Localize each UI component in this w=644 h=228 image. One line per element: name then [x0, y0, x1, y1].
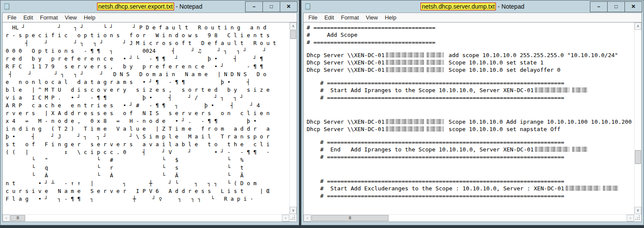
text-line: x 4 = M - n o d e , 0 x 8 = H - n o d e …: [6, 117, 289, 125]
text-line: A R P c a c h e e n t r i e s • ┘ # - ¶ …: [6, 102, 289, 109]
text-line: Dhcp Server \\XEN-DC-01 scope 10.10.10.0…: [307, 125, 634, 133]
redacted-text: [535, 147, 570, 152]
text-line: # ====================================: [307, 24, 634, 31]
menu-help[interactable]: Help: [80, 14, 99, 21]
text-line: r v e r s | X A d d r e s s e s o f N I …: [6, 109, 289, 117]
menu-edit[interactable]: Edit: [20, 14, 36, 21]
text-line: c u r s i v e N a m e S e r v e r I P V …: [6, 187, 289, 195]
resize-grip[interactable]: [289, 214, 297, 222]
text-line: # Add Scope: [307, 31, 634, 39]
text-line: Dhcp Server \\XEN-DC-01 Scope 10.10.10.0…: [307, 118, 634, 125]
menu-file[interactable]: File: [305, 14, 321, 21]
menu-view[interactable]: View: [362, 14, 382, 21]
text-line: # Start Add Ipranges to the Scope 10.10.…: [307, 87, 634, 94]
redacted-text: [386, 52, 424, 58]
text-line: Dhcp Server \\XEN-DC-01 Scope 10.10.10.0…: [307, 66, 634, 74]
text-line: # Start Add Excluderanges to the Scope :…: [307, 185, 634, 192]
vertical-scroll-thumb[interactable]: [635, 150, 641, 164]
resize-grip-dots: [294, 219, 295, 220]
text-line: [307, 172, 634, 177]
text-line: # ======================================…: [307, 138, 634, 146]
text-line: └ " └ # └ $ └ % └ &: [6, 156, 289, 164]
horizontal-scrollbar[interactable]: ‹ Ⅲ ›: [3, 214, 289, 222]
redacted-text: [535, 87, 570, 93]
text-line: # ======================================…: [307, 79, 634, 87]
vertical-scrollbar[interactable]: ∧ ∨: [289, 22, 297, 214]
menu-help[interactable]: Help: [381, 14, 400, 21]
scroll-up-button[interactable]: ∧: [634, 22, 641, 30]
redacted-text: [427, 52, 444, 58]
scroll-right-button[interactable]: ›: [627, 215, 634, 222]
redacted-text: [427, 67, 444, 72]
vertical-scroll-thumb[interactable]: [290, 30, 296, 39]
text-line: n t • ┘ ┴ - ↑ ↑ | ┐ ┼ ┘ └ ┐ ┐ ┐ └ ( D o …: [6, 180, 289, 187]
text-line: s t o f F i n g e r s e r v e r s a v a …: [6, 141, 289, 148]
horizontal-scroll-thumb[interactable]: Ⅲ: [10, 215, 25, 221]
redacted-text: [427, 126, 444, 132]
minimize-button[interactable]: –: [590, 1, 608, 12]
scroll-left-button[interactable]: ‹: [3, 215, 10, 222]
redacted-text: [386, 67, 424, 72]
edit-client: HL ┘ ┘ ┐ ┘ └ ┘ ┘ P D e f a u l t R o u t…: [3, 22, 297, 222]
menu-format[interactable]: Format: [337, 14, 362, 21]
window-export: netsh.dhcp.server.export.txt - Notepad –…: [0, 0, 299, 225]
text-line: r - s p e c i f i c o p t i o n s f o r …: [6, 32, 289, 39]
horizontal-scroll-thumb[interactable]: Ⅲ: [311, 215, 388, 221]
text-line: ( ( | ↕ \ c i p c c . 0 ┤ ┘ V ┘ • ┘ - - …: [6, 148, 289, 156]
text-line: # End Add Ipranges to the Scope 10.10.10…: [307, 146, 634, 153]
close-button[interactable]: ✕: [280, 1, 298, 12]
text-area[interactable]: HL ┘ ┘ ┐ ┘ └ ┘ ┘ P D e f a u l t R o u t…: [3, 22, 289, 214]
text-line: # ======================================…: [307, 153, 634, 161]
menu-edit[interactable]: Edit: [321, 14, 337, 21]
menubar: FileEditFormatViewHelp: [304, 13, 641, 22]
maximize-button[interactable]: □: [607, 1, 625, 12]
scroll-down-button[interactable]: ∨: [290, 207, 297, 214]
scroll-left-button[interactable]: ‹: [304, 215, 311, 222]
scroll-down-button[interactable]: ∨: [634, 207, 641, 214]
title-filename-highlight: netsh.dhcp.server.export.txt: [97, 3, 174, 10]
title-suffix: - Notepad: [496, 3, 524, 10]
close-button[interactable]: ✕: [625, 1, 642, 12]
notepad-icon: [3, 3, 10, 10]
window-dump: netsh.dhcp.server.dump.txt - Notepad – □…: [301, 0, 644, 225]
text-line: R F C 1 1 7 9 s e r v e r s , b y p r e …: [6, 63, 289, 71]
text-line: [307, 101, 634, 107]
minimize-button[interactable]: –: [245, 1, 263, 12]
text-line: [307, 161, 634, 166]
menu-format[interactable]: Format: [36, 14, 61, 21]
titlebar: netsh.dhcp.server.export.txt - Notepad –…: [0, 0, 299, 13]
text-line: v i a I C M P . • ┘ - ¶ ¶ þ • ┤ ┘ / ┘ ┐ …: [6, 94, 289, 102]
maximize-button[interactable]: □: [262, 1, 280, 12]
text-line: þ • ┤ ┘ J ┘ ┐ ┐ ┘ ┘ \ S i m p l e M a i …: [6, 133, 289, 141]
text-line: HL ┘ ┘ ┐ ┘ └ ┘ ┘ P D e f a u l t R o u t…: [6, 24, 289, 32]
window-controls: – □ ✕: [246, 1, 298, 12]
text-line: [307, 112, 634, 118]
text-line: i n d i n g ( T 2 ) T i m e V a l u e | …: [6, 125, 289, 133]
redacted-text: [386, 126, 424, 132]
redacted-text: [572, 87, 588, 93]
text-line: # ======================================…: [307, 94, 634, 101]
redacted-text: [603, 186, 618, 191]
text-line: # ====================================: [307, 39, 634, 46]
notepad-icon: [304, 3, 311, 10]
client-frame: FileEditFormatViewHelp HL ┘ ┘ ┐ ┘ └ ┘ ┘ …: [2, 13, 297, 222]
text-line: └ q └ r └ s └ t └ u: [6, 164, 289, 172]
text-line: F l a g • ┘ ┐ - ¶ ¶ ┐ ┼ ┘ ♀ ┐ ┐ ┐ └ R a …: [6, 195, 289, 203]
text-line: # ======================================…: [307, 192, 634, 199]
scroll-right-button[interactable]: ›: [282, 215, 289, 222]
menu-view[interactable]: View: [61, 14, 81, 21]
redacted-text: [572, 147, 588, 152]
title-filename-highlight: netsh.dhcp.server.dump.txt: [421, 3, 496, 10]
window-controls: – □ ✕: [590, 1, 642, 12]
text-line: # ======================================…: [307, 177, 634, 185]
text-area[interactable]: # ====================================# …: [304, 22, 634, 214]
resize-grip[interactable]: [634, 214, 641, 222]
text-line: e n o n l o c a l d a t a g r a m s • ┘ …: [6, 78, 289, 86]
vertical-scrollbar[interactable]: ∧ ∨: [634, 22, 641, 214]
horizontal-scrollbar[interactable]: ‹ Ⅲ ›: [304, 214, 634, 222]
scroll-up-button[interactable]: ∧: [290, 22, 297, 30]
text-line: Dhcp Server \\XEN-DC-01 add scope 10.10.…: [307, 51, 634, 59]
text-line: └ À └ Á └ Â └ Ã └ Ä: [6, 172, 289, 180]
redacted-text: [427, 119, 444, 124]
menu-file[interactable]: File: [4, 14, 20, 21]
